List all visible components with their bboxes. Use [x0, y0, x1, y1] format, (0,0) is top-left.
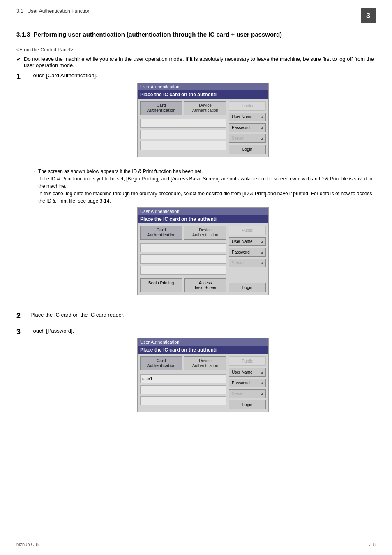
footer-product: bizhub C35 [16, 542, 39, 547]
step-3-number: 3 [16, 328, 25, 336]
ui-screenshot-2: User Authentication Place the IC card on… [137, 207, 269, 295]
step-1-number: 1 [16, 72, 25, 81]
ui-right-1: Public User Name◢ Password◢ Server◢ Logi… [229, 101, 266, 154]
ui2-field-empty1 [140, 243, 226, 252]
step-2-text: Place the IC card on the IC card reader. [30, 312, 376, 318]
ui-title-bar-1: User Authentication [138, 83, 268, 90]
server-btn-3[interactable]: Server◢ [229, 389, 266, 398]
ui-tabs-3: CardAuthentication DeviceAuthentication [140, 356, 226, 370]
password-btn-2[interactable]: Password◢ [229, 248, 266, 257]
ui-subtitle-1: Place the IC card on the authenti [138, 90, 268, 99]
ui-title-bar-3: User Authentication [138, 338, 268, 346]
username-btn-2[interactable]: User Name◢ [229, 237, 266, 246]
ui-screenshot-3: User Authentication Place the IC card on… [137, 338, 269, 412]
step-3-content: Touch [Password]. User Authentication Pl… [30, 328, 376, 423]
chapter-number: 3 [361, 8, 376, 23]
checkmark-icon: ✔ [16, 56, 21, 62]
ui-subtitle-2: Place the IC card on the authenti [138, 215, 268, 223]
step-3-text: Touch [Password]. [30, 328, 376, 334]
ui-field-empty1 [140, 119, 226, 128]
step-3: 3 Touch [Password]. User Authentication … [16, 328, 376, 423]
bottom-actions-2: Begin Printing AccessBasic Screen [140, 278, 226, 292]
ui-title-bar-2: User Authentication [138, 208, 268, 215]
ui3-field-empty3 [140, 396, 226, 405]
access-basic-screen-btn[interactable]: AccessBasic Screen [184, 278, 227, 292]
ui-body-2: CardAuthentication DeviceAuthentication … [138, 223, 268, 295]
ui-field-empty2 [140, 130, 226, 139]
ui-tabs-1: CardAuthentication DeviceAuthentication [140, 101, 226, 115]
login-btn-1[interactable]: Login [229, 145, 266, 154]
section-number: 3.1.3 [16, 31, 30, 38]
ui3-field-empty2 [140, 385, 226, 394]
tab-card-auth-3[interactable]: CardAuthentication [140, 356, 182, 370]
public-btn-3: Public [229, 356, 266, 366]
footer-page: 3-8 [369, 542, 376, 547]
tab-device-auth-3[interactable]: DeviceAuthentication [184, 356, 226, 370]
ui-right-2: Public User Name◢ Password◢ Server◢ Logi… [229, 226, 266, 292]
ui-subtitle-3: Place the IC card on the authenti [138, 346, 268, 354]
ui-body-3: CardAuthentication DeviceAuthentication … [138, 354, 268, 412]
page-header: 3.1 User Authentication Function 3 [16, 8, 376, 25]
ui-body-1: CardAuthentication DeviceAuthentication … [138, 99, 268, 157]
tab-card-auth-2[interactable]: CardAuthentication [140, 226, 182, 240]
tab-card-auth-1[interactable]: CardAuthentication [140, 101, 182, 115]
step-2-content: Place the IC card on the IC card reader. [30, 312, 376, 322]
user1-field: user1 [140, 374, 226, 383]
tab-device-auth-2[interactable]: DeviceAuthentication [184, 226, 226, 240]
section-title: Performing user authentication (authenti… [33, 31, 282, 38]
ui2-field-empty3 [140, 266, 226, 275]
public-btn-2: Public [229, 226, 266, 235]
ui-screenshot-1: User Authentication Place the IC card on… [137, 83, 269, 157]
step-1-content: Touch [Card Authentication]. User Authen… [30, 72, 376, 306]
ui-left-3: CardAuthentication DeviceAuthentication … [140, 356, 226, 409]
ui-left-2: CardAuthentication DeviceAuthentication … [140, 226, 226, 292]
password-btn-1[interactable]: Password◢ [229, 123, 266, 132]
ui-tabs-2: CardAuthentication DeviceAuthentication [140, 226, 226, 240]
tab-device-auth-1[interactable]: DeviceAuthentication [184, 101, 226, 115]
ui-field-empty3 [140, 141, 226, 150]
begin-printing-btn[interactable]: Begin Printing [140, 278, 182, 292]
note-text: The screen as shown below appears if the… [38, 168, 376, 205]
username-btn-1[interactable]: User Name◢ [229, 113, 266, 121]
bullet-item: ✔ Do not leave the machine while you are… [16, 56, 376, 68]
step-1-text: Touch [Card Authentication]. [30, 72, 376, 79]
login-btn-3[interactable]: Login [229, 400, 266, 409]
server-btn-1[interactable]: Server◢ [229, 134, 266, 143]
page-footer: bizhub C35 3-8 [16, 539, 376, 547]
public-btn-1: Public [229, 101, 266, 111]
username-btn-3[interactable]: User Name◢ [229, 368, 266, 377]
step-2-number: 2 [16, 312, 25, 320]
subtitle: <From the Control Panel> [16, 47, 376, 53]
note-section: → The screen as shown below appears if t… [30, 168, 376, 205]
ui-right-3: Public User Name◢ Password◢ Server◢ Logi… [229, 356, 266, 409]
bullet-text: Do not leave the machine while you are i… [24, 56, 376, 68]
server-btn-2[interactable]: Server◢ [229, 259, 266, 267]
step-2: 2 Place the IC card on the IC card reade… [16, 312, 376, 322]
ui-left-1: CardAuthentication DeviceAuthentication [140, 101, 226, 154]
section-label: 3.1 User Authentication Function [16, 8, 90, 14]
arrow-icon: → [30, 168, 36, 174]
password-btn-3[interactable]: Password◢ [229, 379, 266, 387]
login-btn-2[interactable]: Login [229, 283, 266, 292]
ui2-field-empty2 [140, 254, 226, 264]
step-1: 1 Touch [Card Authentication]. User Auth… [16, 72, 376, 306]
